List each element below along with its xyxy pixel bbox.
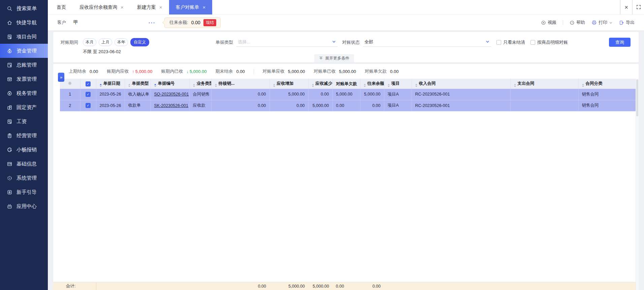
stat-value: 0.00: [90, 69, 98, 74]
sidebar-item-business[interactable]: 经营管理: [0, 129, 48, 143]
period-range-value[interactable]: 不限 至 2023-06-02: [83, 49, 631, 55]
tab-2[interactable]: 新建方案×: [130, 0, 169, 14]
checkbox-unchecked: [530, 40, 535, 45]
row-checkbox[interactable]: [86, 103, 91, 108]
toolbar-actions: 视频?帮助打印导出: [541, 20, 635, 26]
sidebar-item-payroll[interactable]: 工资: [0, 114, 48, 129]
summary-income_contract: [412, 282, 510, 290]
scrollbar-thumb[interactable]: [636, 79, 638, 116]
cell-ar_decrease: 0.00: [308, 89, 332, 100]
sidebar-item-label: 发票管理: [17, 76, 37, 82]
sidebar-item-assets[interactable]: 固定资产: [0, 100, 48, 114]
cell-statement_debt: 5,000.00: [332, 89, 360, 100]
select-all-checkbox[interactable]: [80, 79, 96, 89]
cell-doc_no[interactable]: SQ-20230526-001: [151, 89, 189, 100]
column-header-income_contract[interactable]: 收入合同: [412, 79, 510, 89]
stat-label: 对账单已收: [314, 68, 335, 74]
action-help[interactable]: ?帮助: [570, 20, 585, 26]
statement-table: 单据日期单据类型单据编号业务类型待核销...应收增加应收减少对账单欠款往来余额项…: [60, 79, 638, 111]
sidebar-item-guide[interactable]: 新手引导: [0, 185, 48, 199]
cell-project: 项目A: [384, 89, 412, 100]
record-toolbar: 客户 甲 ··· 往来余额: 0.00 现结 视频?帮助打印导出: [48, 15, 644, 30]
base-info-icon: [6, 161, 12, 167]
fullscreen-button[interactable]: [633, 0, 644, 14]
status-select[interactable]: 全部: [363, 38, 491, 47]
column-label: 项目: [391, 81, 400, 86]
tab-0[interactable]: 首页: [50, 0, 73, 14]
customer-more-button[interactable]: ···: [149, 20, 156, 26]
period-option-custom[interactable]: 自定义: [130, 38, 149, 46]
cell-doc_type: 收款单: [125, 100, 151, 111]
scrollbar-track[interactable]: [636, 79, 639, 290]
sidebar-item-tax[interactable]: 税务管理: [0, 86, 48, 100]
cell-pending: 0.00: [211, 100, 269, 111]
stat-label: 账期内已收: [161, 68, 183, 74]
cell-doc_type: 收入确认单: [125, 89, 151, 100]
customer-value[interactable]: 甲: [73, 20, 78, 26]
tab-close-icon[interactable]: ×: [203, 5, 206, 10]
sidebar-item-invoice[interactable]: 发票管理: [0, 72, 48, 86]
sidebar-item-base-info[interactable]: 基础信息: [0, 157, 48, 171]
column-label: 收入合同: [419, 81, 436, 86]
sidebar-item-system[interactable]: 系统管理: [0, 171, 48, 185]
doc-type-select[interactable]: 选择...: [236, 38, 337, 47]
tab-3[interactable]: 客户对账单×: [169, 0, 213, 14]
cell-biz_type: 合同销售: [189, 89, 211, 100]
sidebar-item-ledger[interactable]: 总账管理: [0, 58, 48, 72]
column-header-doc_type[interactable]: 单据类型: [125, 79, 151, 89]
period-option-1[interactable]: 上月: [99, 38, 112, 46]
column-header-statement_debt[interactable]: 对账单欠款: [332, 79, 360, 89]
balance-label: 往来余额:: [169, 20, 188, 26]
sort-icon: [364, 84, 366, 87]
tab-close-icon[interactable]: ×: [121, 5, 124, 10]
column-header-balance[interactable]: 往来余额: [360, 79, 384, 89]
close-window-button[interactable]: ×: [621, 0, 632, 14]
action-video[interactable]: 视频: [541, 20, 556, 26]
tax-icon: [6, 90, 12, 96]
tab-label: 客户对账单: [176, 4, 199, 10]
column-header-contract_category[interactable]: 合同分类: [578, 79, 638, 89]
tab-1[interactable]: 应收应付余额查询×: [73, 0, 130, 14]
side-panel-expand-button[interactable]: »: [58, 73, 64, 82]
column-header-pending[interactable]: 待核销...: [211, 79, 269, 89]
sort-icon: [415, 84, 417, 87]
cell-doc_no[interactable]: SK-20230526-001: [151, 100, 189, 111]
sidebar-item-expense[interactable]: 小畅报销: [0, 143, 48, 157]
sort-icon: [128, 84, 130, 87]
sidebar-item-contract[interactable]: 项目合同: [0, 30, 48, 44]
sidebar-item-label: 系统管理: [17, 175, 37, 181]
sidebar-item-app-center[interactable]: 应用中心: [0, 199, 48, 213]
only-unsettled-checkbox[interactable]: 只看未结清: [496, 39, 525, 45]
sidebar-item-home[interactable]: 快捷导航: [0, 15, 48, 30]
action-export[interactable]: 导出: [619, 20, 635, 26]
column-label: 应收减少: [316, 81, 332, 86]
period-option-0[interactable]: 本月: [83, 38, 96, 46]
sort-icon: [312, 84, 314, 87]
sort-icon: [514, 84, 516, 87]
expand-more-button[interactable]: 展开更多条件: [314, 54, 354, 62]
column-header-expense_contract[interactable]: 支出合同: [510, 79, 578, 89]
column-header-date[interactable]: 单据日期: [96, 79, 125, 89]
column-header-biz_type[interactable]: 业务类型: [189, 79, 211, 89]
sidebar-item-search[interactable]: 搜索菜单: [0, 1, 48, 15]
column-header-ar_decrease[interactable]: 应收减少: [308, 79, 332, 89]
chevron-down-icon: [485, 39, 490, 45]
sidebar-item-label: 搜索菜单: [17, 5, 37, 12]
column-header-doc_no[interactable]: 单据编号: [151, 79, 189, 89]
app-root: 搜索菜单快捷导航项目合同资金管理总账管理发票管理税务管理固定资产工资经营管理小畅…: [0, 0, 644, 290]
fullscreen-icon: [636, 4, 641, 11]
checkbox-checked-icon[interactable]: [86, 81, 91, 86]
sidebar-item-label: 小畅报销: [17, 147, 37, 153]
action-print[interactable]: 打印: [591, 20, 613, 26]
column-header-ar_increase[interactable]: 应收增加: [269, 79, 308, 89]
by-product-checkbox[interactable]: 按商品明细对账: [530, 39, 568, 45]
stat-label: 对账单欠款: [365, 68, 387, 74]
payroll-icon: [6, 118, 12, 124]
stat-label: 对账单应收: [263, 68, 285, 74]
column-header-project[interactable]: 项目: [384, 79, 412, 89]
tab-close-icon[interactable]: ×: [159, 5, 162, 10]
sidebar-item-funds[interactable]: 资金管理: [0, 44, 48, 58]
period-option-2[interactable]: 本年: [115, 38, 128, 46]
search-button[interactable]: 查询: [609, 38, 631, 47]
row-checkbox[interactable]: [86, 92, 91, 97]
